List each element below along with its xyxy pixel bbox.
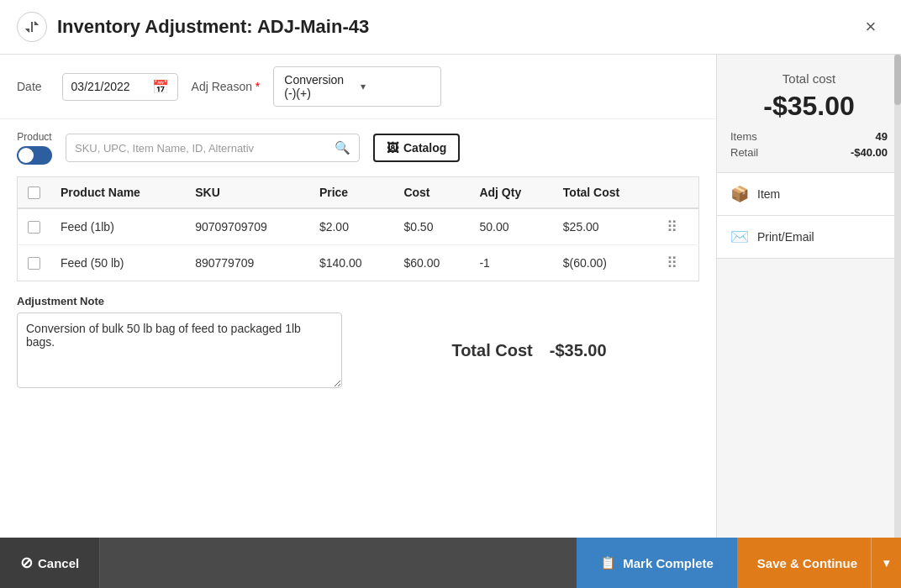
catalog-icon: 🖼: [387, 141, 398, 155]
col-sku: SKU: [185, 177, 309, 209]
sidebar-retail-row: Retail -$40.00: [730, 146, 888, 159]
row2-checkbox-cell: [18, 245, 51, 281]
modal-overlay: Inventory Adjustment: ADJ-Main-43 × Date…: [0, 0, 901, 588]
search-input[interactable]: [75, 142, 329, 155]
row2-sku: 890779709: [185, 245, 309, 281]
row2-product-name: Feed (50 lb): [50, 245, 185, 281]
table-header-row: Product Name SKU Price Cost Adj Qty Tota…: [18, 177, 699, 209]
search-input-wrap[interactable]: 🔍: [66, 134, 360, 162]
page-title: Inventory Adjustment: ADJ-Main-43: [57, 16, 857, 38]
modal-header: Inventory Adjustment: ADJ-Main-43 ×: [0, 0, 901, 55]
row1-price: $2.00: [309, 208, 394, 245]
chevron-down-icon: ▾: [361, 81, 430, 92]
adj-reason-label: Adj Reason *: [192, 80, 261, 93]
product-toggle[interactable]: [17, 146, 52, 165]
col-actions: [656, 177, 699, 209]
mark-complete-icon: 📋: [600, 555, 616, 570]
modal: Inventory Adjustment: ADJ-Main-43 × Date…: [0, 0, 901, 588]
required-star: *: [252, 80, 260, 93]
sidebar-scroll: Total cost -$35.00 Items 49 Retail -$40.…: [717, 55, 901, 538]
form-row: Date 📅 Adj Reason * Conversion (-)(+) ▾: [0, 55, 716, 119]
row2-checkbox[interactable]: [28, 257, 40, 270]
total-cost-box: Total Cost -$35.00: [359, 312, 699, 388]
col-price: Price: [309, 177, 394, 209]
sidebar-item-print-email[interactable]: ✉️ Print/Email: [717, 216, 901, 259]
row2-cost: $60.00: [393, 245, 469, 281]
scrollbar-track: [894, 55, 901, 538]
row2-grid-icon[interactable]: ⠿: [656, 245, 699, 281]
row2-price: $140.00: [309, 245, 394, 281]
row2-total-cost: $(60.00): [553, 245, 656, 281]
total-cost-value: -$35.00: [550, 341, 607, 360]
row1-product-name: Feed (1lb): [50, 208, 185, 245]
modal-body: Date 📅 Adj Reason * Conversion (-)(+) ▾: [0, 55, 901, 538]
main-content: Date 📅 Adj Reason * Conversion (-)(+) ▾: [0, 55, 716, 538]
header-checkbox[interactable]: [28, 186, 40, 199]
row1-checkbox-cell: [18, 208, 51, 245]
date-label: Date: [17, 80, 42, 93]
note-label: Adjustment Note: [17, 295, 699, 307]
row1-checkbox[interactable]: [28, 221, 40, 234]
toggle-label: Product: [17, 131, 51, 143]
note-section: Adjustment Note Conversion of bulk 50 lb…: [0, 281, 716, 402]
table-wrap: Product Name SKU Price Cost Adj Qty Tota…: [0, 176, 716, 281]
sidebar: Total cost -$35.00 Items 49 Retail -$40.…: [716, 55, 901, 538]
row1-total-cost: $25.00: [553, 208, 656, 245]
total-cost-label: Total Cost: [451, 341, 532, 360]
inventory-table: Product Name SKU Price Cost Adj Qty Tota…: [17, 176, 699, 281]
sidebar-total-value: -$35.00: [730, 91, 888, 122]
adj-reason-select[interactable]: Conversion (-)(+) ▾: [273, 66, 441, 107]
scrollbar-thumb[interactable]: [894, 55, 901, 105]
footer-spacer: [100, 538, 577, 588]
table-row: Feed (50 lb) 890779709 $140.00 $60.00 -1…: [18, 245, 699, 281]
col-adj-qty: Adj Qty: [469, 177, 552, 209]
print-email-icon: ✉️: [730, 228, 749, 246]
col-total-cost: Total Cost: [553, 177, 656, 209]
calendar-icon[interactable]: 📅: [152, 79, 169, 95]
col-cost: Cost: [393, 177, 469, 209]
mark-complete-button[interactable]: 📋 Mark Complete: [577, 538, 737, 588]
row1-sku: 90709709709: [185, 208, 309, 245]
note-textarea[interactable]: Conversion of bulk 50 lb bag of feed to …: [17, 312, 342, 388]
search-icon[interactable]: 🔍: [335, 140, 350, 155]
row2-adj-qty: -1: [469, 245, 552, 281]
cancel-button[interactable]: ⊘ Cancel: [0, 538, 100, 588]
catalog-button[interactable]: 🖼 Catalog: [373, 134, 460, 162]
toggle-knob: [18, 148, 34, 163]
sidebar-items-row: Items 49: [730, 130, 888, 143]
modal-footer: ⊘ Cancel 📋 Mark Complete Save & Continue…: [0, 538, 901, 588]
sidebar-total-label: Total cost: [730, 71, 888, 86]
col-product-name: Product Name: [50, 177, 185, 209]
table-row: Feed (1lb) 90709709709 $2.00 $0.50 50.00…: [18, 208, 699, 245]
row1-cost: $0.50: [393, 208, 469, 245]
save-continue-button[interactable]: Save & Continue ▾: [737, 538, 901, 588]
sidebar-item-item[interactable]: 📦 Item: [717, 173, 901, 216]
sort-icon-button[interactable]: [17, 12, 47, 42]
chevron-down-icon[interactable]: ▾: [872, 556, 901, 570]
row1-grid-icon[interactable]: ⠿: [656, 208, 699, 245]
close-button[interactable]: ×: [857, 13, 884, 40]
product-row: Product 🔍 🖼 Catalog: [0, 119, 716, 176]
sidebar-total-section: Total cost -$35.00 Items 49 Retail -$40.…: [717, 55, 901, 173]
header-checkbox-col: [18, 177, 51, 209]
cancel-icon: ⊘: [20, 554, 33, 572]
date-input-wrap[interactable]: 📅: [62, 73, 178, 101]
note-row: Conversion of bulk 50 lb bag of feed to …: [17, 312, 699, 388]
row1-adj-qty: 50.00: [469, 208, 552, 245]
item-icon: 📦: [730, 185, 749, 203]
toggle-wrap: Product: [17, 131, 52, 165]
date-input[interactable]: [71, 80, 147, 93]
